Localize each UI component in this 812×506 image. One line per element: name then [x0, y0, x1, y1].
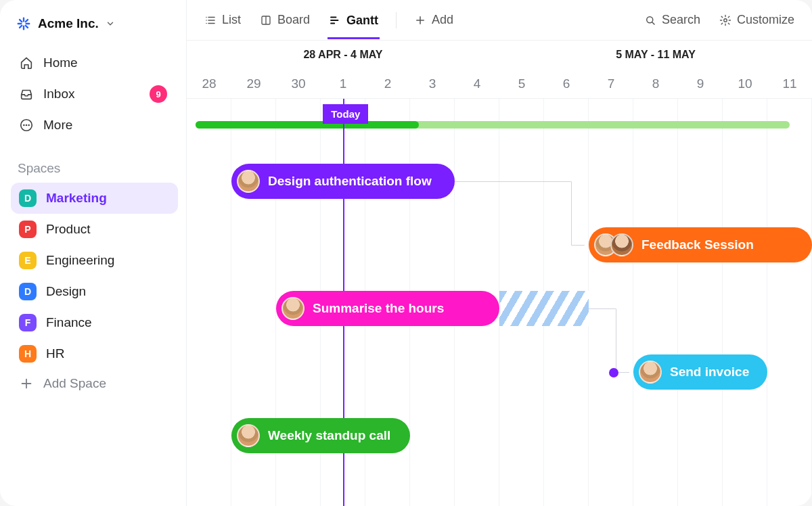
gear-icon	[719, 14, 731, 26]
date-cell[interactable]: 1	[321, 76, 365, 91]
board-icon	[260, 14, 272, 26]
add-view-label: Add	[432, 13, 453, 27]
more-icon	[19, 118, 34, 133]
date-cell[interactable]: 6	[544, 76, 589, 91]
plus-icon	[414, 14, 426, 26]
space-label: Design	[46, 284, 86, 299]
main: List Board Gantt Add Search	[187, 0, 812, 506]
customize-button[interactable]: Customize	[718, 9, 796, 31]
space-icon: H	[19, 345, 37, 363]
date-cell[interactable]: 30	[276, 76, 321, 91]
spaces-list: D MarketingP ProductE EngineeringD Desig…	[11, 183, 178, 369]
dependency-line	[616, 308, 616, 372]
nav-inbox-label: Inbox	[43, 87, 74, 101]
nav-more[interactable]: More	[11, 111, 178, 139]
view-list-label: List	[222, 13, 241, 27]
sidebar-space-hr[interactable]: H HR	[11, 338, 178, 369]
space-label: Finance	[46, 315, 92, 330]
toolbar-separator	[396, 12, 397, 28]
primary-nav: Home Inbox 9 More	[11, 49, 178, 139]
plus-icon	[19, 376, 34, 391]
date-cell[interactable]: 4	[455, 76, 499, 91]
workspace-switcher[interactable]: Acme Inc.	[11, 12, 178, 41]
svg-line-7	[20, 26, 22, 28]
svg-point-9	[23, 124, 25, 127]
view-gantt-label: Gantt	[346, 14, 378, 28]
view-gantt[interactable]: Gantt	[328, 9, 380, 39]
nav-inbox[interactable]: Inbox 9	[11, 80, 178, 108]
view-board-label: Board	[277, 13, 310, 27]
task-bar[interactable]: Summarise the hours	[276, 291, 499, 326]
svg-line-6	[26, 20, 28, 22]
svg-point-10	[26, 124, 28, 127]
space-icon: D	[19, 189, 37, 207]
dependency-line	[455, 181, 571, 182]
svg-point-14	[647, 16, 653, 22]
date-cell[interactable]: 5	[499, 76, 544, 91]
svg-point-11	[28, 124, 30, 127]
sidebar-space-engineering[interactable]: E Engineering	[11, 245, 178, 276]
date-cell[interactable]: 2	[365, 76, 410, 91]
logo-icon	[16, 16, 31, 31]
date-cell[interactable]: 9	[678, 76, 723, 91]
avatar	[281, 297, 304, 320]
spaces-heading: Spaces	[18, 161, 174, 176]
space-icon: E	[19, 252, 37, 269]
search-icon	[644, 14, 656, 26]
date-cell[interactable]: 11	[767, 76, 812, 91]
sidebar-space-marketing[interactable]: D Marketing	[11, 183, 178, 214]
space-icon: D	[19, 283, 37, 300]
chevron-down-icon	[106, 19, 115, 28]
task-bar[interactable]: Weekly standup call	[231, 418, 410, 453]
gantt-chart[interactable]: TodayDesign authentication flowFeedback …	[187, 99, 812, 506]
add-view-button[interactable]: Add	[413, 9, 455, 31]
task-label: Weekly standup call	[268, 428, 390, 443]
inbox-icon	[19, 87, 34, 101]
task-label: Design authentication flow	[268, 174, 432, 189]
date-cell[interactable]: 29	[231, 76, 276, 91]
date-cell[interactable]: 8	[633, 76, 678, 91]
avatar	[639, 361, 662, 384]
gantt-icon	[329, 14, 341, 26]
search-button[interactable]: Search	[643, 9, 702, 31]
avatar	[610, 233, 633, 256]
sidebar-space-design[interactable]: D Design	[11, 276, 178, 307]
task-label: Feedback Session	[641, 237, 754, 252]
avatar	[237, 424, 260, 447]
sidebar-space-product[interactable]: P Product	[11, 214, 178, 245]
milestone-dot[interactable]	[609, 368, 618, 377]
space-icon: F	[19, 314, 37, 331]
avatar	[237, 170, 260, 193]
workspace-name: Acme Inc.	[38, 16, 99, 31]
space-icon: P	[19, 221, 37, 238]
date-cell[interactable]: 10	[723, 76, 767, 91]
svg-point-16	[724, 18, 727, 22]
space-label: HR	[46, 346, 64, 361]
svg-line-4	[20, 20, 22, 22]
task-label: Summarise the hours	[313, 301, 444, 316]
space-label: Product	[46, 222, 90, 237]
sidebar-space-finance[interactable]: F Finance	[11, 307, 178, 338]
date-cell[interactable]: 3	[410, 76, 455, 91]
timeline-header: 28 APR - 4 MAY5 MAY - 11 MAY 28293012345…	[187, 41, 812, 99]
nav-home-label: Home	[43, 55, 78, 70]
date-cell[interactable]: 7	[589, 76, 633, 91]
task-bar[interactable]: Design authentication flow	[231, 164, 455, 199]
dependency-line	[571, 181, 572, 245]
date-cell[interactable]: 28	[187, 76, 231, 91]
nav-home[interactable]: Home	[11, 49, 178, 77]
add-space-button[interactable]: Add Space	[11, 369, 178, 398]
task-bar[interactable]: Feedback Session	[589, 227, 812, 262]
space-label: Marketing	[46, 191, 107, 206]
week-label: 28 APR - 4 MAY	[187, 49, 499, 61]
today-tag: Today	[323, 104, 368, 124]
view-board[interactable]: Board	[258, 9, 311, 31]
customize-label: Customize	[737, 13, 794, 27]
add-space-label: Add Space	[43, 376, 106, 391]
view-list[interactable]: List	[203, 9, 242, 31]
task-label: Send invoice	[670, 365, 749, 380]
task-bar[interactable]: Send invoice	[633, 354, 767, 390]
timeline-progress	[196, 121, 790, 129]
task-slack	[499, 291, 589, 326]
nav-more-label: More	[43, 118, 72, 133]
